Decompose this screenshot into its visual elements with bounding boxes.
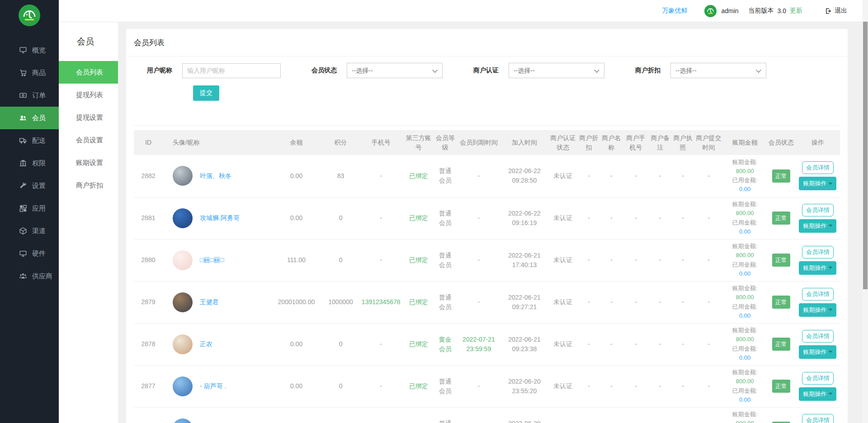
phone-cell: - [359,407,404,423]
column-header: 操作 [796,130,840,155]
period-action-button[interactable]: 账期操作 [799,387,836,401]
used-amount-value: 0.00 [725,227,765,236]
column-header: 账期金额 [723,130,767,155]
join-time-cell: 2022-06-21 17:40:13 [500,239,548,281]
points-cell: 0 [323,365,359,407]
sidebar-item-商品[interactable]: 商品 [0,61,59,84]
sidebar-item-权限[interactable]: 权限 [0,152,59,174]
submenu-item-会员设置[interactable]: 会员设置 [59,129,118,151]
used-amount-label: 已用金额: [725,218,765,227]
column-header: 商户手机号 [623,130,649,155]
used-amount-value: 0.00 [725,185,765,194]
merchant-name-cell: - [600,239,623,281]
member-detail-button[interactable]: 会员详情 [802,204,834,216]
member-nickname-link[interactable]: 叶落、秋冬 [200,171,231,181]
cube-icon [19,227,27,235]
sidebar-item-概览[interactable]: 概览 [0,39,59,61]
sidebar-item-供应商[interactable]: 供应商 [0,265,59,287]
sidebar-item-硬件[interactable]: 硬件 [0,242,59,265]
table-header-row: ID头像/昵称余额积分手机号第三方账号会员等级会员到期时间加入时间商户认证状态商… [134,130,840,155]
merchant-auth-select-wrap: --选择-- [509,63,604,78]
table-row: 2879 王健君 20001000.00 1000000 13912345678… [134,281,840,323]
column-header: 商户名称 [600,130,623,155]
member-status-select[interactable]: --选择-- [347,63,443,78]
sidebar-item-渠道[interactable]: 渠道 [0,220,59,242]
member-id: 2879 [134,281,163,323]
merchant-name-cell: - [600,323,623,365]
member-nickname-link[interactable]: - 葫芦哥 . [200,381,226,391]
nickname-input[interactable] [182,63,281,78]
member-table: ID头像/昵称余额积分手机号第三方账号会员等级会员到期时间加入时间商户认证状态商… [134,130,840,423]
sidebar-item-订单[interactable]: 订单 [0,84,59,107]
submenu-item-会员列表[interactable]: 会员列表 [59,61,118,84]
caret-down-icon [829,309,832,311]
member-nickname-link[interactable]: □丽□丽□ [200,255,224,265]
member-detail-button[interactable]: 会员详情 [802,372,834,385]
sidebar-nav: 概览商品订单会员配送权限设置应用渠道硬件供应商 [0,39,59,287]
sidebar-item-label: 硬件 [32,249,46,258]
submit-button[interactable]: 提交 [193,85,219,101]
sidebar-item-设置[interactable]: 设置 [0,174,59,197]
member-status-label: 会员状态 [311,66,337,75]
period-action-button[interactable]: 账期操作 [799,303,836,317]
member-detail-button[interactable]: 会员详情 [802,161,834,174]
period-amount-value: 800.00 [725,419,765,423]
balance-cell: 0.00 [269,323,323,365]
points-cell: 0 [323,407,359,423]
join-time-cell: 2022-06-21 09:23:38 [500,323,548,365]
third-party-cell: 已绑定 [404,281,434,323]
member-nickname-link[interactable]: 正农 [200,339,212,349]
merchant-license-cell: - [671,281,694,323]
merchant-auth-select[interactable]: --选择-- [509,63,604,78]
member-detail-button[interactable]: 会员详情 [802,288,834,301]
banknote-icon [19,91,27,99]
merchant-phone-cell: - [623,239,649,281]
section-divider [134,125,840,126]
period-action-button[interactable]: 账期操作 [799,345,836,359]
column-header: 手机号 [359,130,404,155]
logout-label: 退出 [835,7,847,15]
caret-down-icon [829,267,832,269]
table-row: 2880 □丽□丽□ 111.00 0 - 已绑定 普通会员 - 2022-06… [134,239,840,281]
phone-cell: 13912345678 [359,281,404,323]
third-party-cell: 已绑定 [404,239,434,281]
merchant-submit-time-cell: - [694,323,723,365]
period-action-button[interactable]: 账期操作 [799,177,836,190]
merchant-discount-cell: - [577,407,600,423]
merchant-submit-time-cell: - [694,281,723,323]
elephant-logo-icon [19,5,40,26]
sidebar-item-会员[interactable]: 会员 [0,107,59,129]
merchant-discount-cell: - [577,239,600,281]
merchant-discount-select[interactable]: --选择-- [670,63,766,78]
member-nickname-link[interactable]: 攻城狮.阿勇哥 [200,213,240,223]
submenu-item-商户折扣[interactable]: 商户折扣 [59,174,118,197]
member-avatar [173,292,193,312]
member-level-cell: 普通会员 [434,155,457,197]
period-amount-label: 账期金额: [725,326,765,335]
member-detail-button[interactable]: 会员详情 [802,414,834,423]
merchant-name-cell: - [600,155,623,197]
member-avatar [173,376,193,396]
period-action-button[interactable]: 账期操作 [799,261,836,275]
submenu-item-提现列表[interactable]: 提现列表 [59,84,118,106]
version-number: 3.0 [778,7,786,14]
submenu-item-账期设置[interactable]: 账期设置 [59,151,118,174]
cart-icon [19,69,27,77]
sidebar-item-配送[interactable]: 配送 [0,129,59,152]
update-link[interactable]: 更新 [790,7,802,15]
member-detail-button[interactable]: 会员详情 [802,330,834,343]
users-icon [19,114,27,122]
sidebar-item-应用[interactable]: 应用 [0,197,59,220]
logout-button[interactable]: 退出 [825,7,847,15]
version-label: 当前版本 [749,7,774,15]
member-nickname-link[interactable]: 王健君 [200,297,219,307]
submenu-item-提现设置[interactable]: 提现设置 [59,106,118,129]
scrollbar-thumb[interactable] [863,22,868,289]
store-front-link[interactable]: 万象优鲜 [662,7,687,15]
status-badge: 正常 [772,169,790,183]
member-detail-button[interactable]: 会员详情 [802,246,834,258]
column-header: 商户执照 [671,130,694,155]
monitor-icon [19,46,27,54]
period-amount-label: 账期金额: [725,158,765,167]
period-action-button[interactable]: 账期操作 [799,219,836,233]
